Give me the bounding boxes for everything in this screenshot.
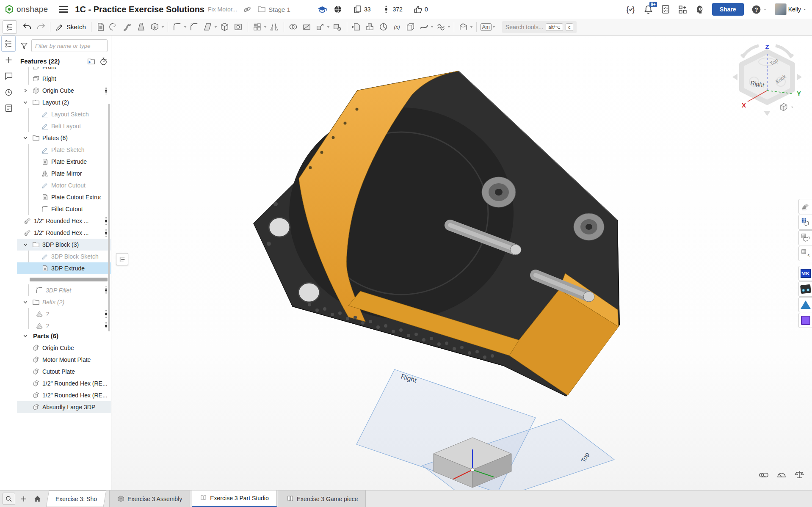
document-tab[interactable]: Exercise 3 Game piece [279,490,366,507]
motor-mount-model[interactable] [254,71,619,396]
feature-row[interactable]: 1/2" Rounded Hex ... [17,227,111,239]
document-tab[interactable]: Exercise 3 Assembly [109,490,190,507]
transform-tool-button[interactable] [314,20,327,34]
feature-row[interactable]: Layout Sketch [17,108,111,120]
pan-right-arrow[interactable] [797,74,802,80]
tape-measure-icon[interactable] [759,470,769,480]
sheet-metal-model-tool-button[interactable] [457,20,470,34]
shell-tool-button[interactable] [218,20,232,34]
part-row[interactable]: Absurdly Large 3DP [17,401,111,413]
public-globe-icon[interactable] [334,5,342,14]
feature-row[interactable]: Plates (6) [17,132,111,144]
feature-row[interactable]: Front [17,67,111,73]
pan-down-arrow[interactable] [764,111,771,116]
feature-row[interactable]: Belt Layout [17,120,111,132]
rollback-bar[interactable] [17,274,111,284]
cad-import-button[interactable] [798,215,812,230]
feature-row[interactable]: Plate Sketch [17,144,111,156]
feature-script-icon[interactable] [626,4,636,14]
chevron-down-icon[interactable] [23,100,28,105]
purple-app-button[interactable] [798,313,812,328]
workspace-indicator[interactable]: Stage 1 [257,5,290,14]
render-studio-button[interactable] [798,199,812,214]
mirror-tool-button[interactable] [268,20,281,34]
user-menu[interactable]: Kelly [775,3,807,15]
chevron-down-icon[interactable] [23,242,28,247]
feature-timing-icon[interactable] [99,57,108,65]
document-subtitle[interactable]: Fix Motor... [208,6,237,13]
home-tab-button[interactable] [30,490,44,507]
onshape-logo[interactable]: onshape [5,5,48,14]
document-tab[interactable]: Exercise 3 Part Studio [192,490,277,507]
rail-feature-list-button[interactable] [1,36,16,52]
share-button[interactable]: Share [712,3,744,16]
undo-button[interactable] [20,20,34,34]
rail-insert-button[interactable] [0,52,17,68]
parts-header[interactable]: Parts (6) [17,330,111,342]
3d-viewport-canvas[interactable]: Right Top [111,36,812,490]
feature-row[interactable]: Layout (2) [17,96,111,108]
chamfer-tool-button[interactable] [188,20,201,34]
part-row[interactable]: Origin Cube [17,342,111,354]
filter-icon[interactable] [20,42,28,50]
tasks-icon[interactable] [661,5,670,14]
chevron-down-icon[interactable] [23,135,28,141]
rail-comments-button[interactable] [0,68,17,84]
linear-pattern-tool-button[interactable] [251,20,264,34]
plane-tool-button[interactable] [404,20,417,34]
document-tab[interactable]: Exercise 3: Sho [46,490,107,507]
mass-properties-icon[interactable] [794,470,804,480]
feature-list-toggle-button[interactable] [3,20,17,34]
feature-row[interactable]: Plate Cutout Extrude [17,191,111,203]
rollback-handle-button[interactable] [116,253,128,265]
feature-row[interactable]: Fillet Cutout [17,203,111,215]
thicken-tool-button[interactable] [148,20,162,34]
search-tools-box[interactable]: Search tools... alt/⌥ c [502,21,577,33]
feature-row[interactable]: Plate Extrude [17,156,111,168]
education-icon[interactable] [318,5,327,14]
surface-tool-button[interactable] [417,20,431,34]
sketch-button[interactable]: Sketch [53,23,88,31]
part-row[interactable]: 1/2" Rounded Hex (RE... [17,377,111,389]
fillet-tool-button[interactable] [171,20,184,34]
view-options-button[interactable] [779,102,794,112]
feature-row[interactable]: Origin Cube [17,85,111,96]
hole-tool-button[interactable] [232,20,245,34]
new-tab-button[interactable] [17,490,30,507]
protractor-icon[interactable] [776,470,787,480]
triangle-app-button[interactable] [798,297,812,312]
part-row[interactable]: 1/2" Rounded Hex (RE... [17,389,111,401]
feature-row[interactable]: Plate Mirror [17,168,111,179]
part-row[interactable]: Cutout Plate [17,366,111,377]
mkcad-app-button[interactable]: MK [798,266,812,281]
rail-history-button[interactable] [0,84,17,100]
feature-tree-scrollbar[interactable] [108,104,110,331]
extrude-tool-button[interactable] [94,20,108,34]
chevron-down-icon[interactable] [23,300,28,305]
rail-notes-button[interactable] [0,100,17,116]
boolean-tool-button[interactable] [287,20,300,34]
filter-input[interactable] [31,39,108,52]
main-menu-icon[interactable] [59,6,68,13]
composite-part-tool-button[interactable] [363,20,377,34]
feature-row[interactable]: 3DP Block Sketch [17,251,111,262]
link-icon[interactable] [243,5,251,14]
feature-row[interactable]: Motor Cutout [17,179,111,191]
cad-expression-button[interactable] [798,246,812,261]
feature-row[interactable]: 3DP Fillet [17,284,111,296]
custom-features-tool-button[interactable]: Am [479,20,493,34]
likes-stat[interactable]: 0 [414,5,428,14]
feature-row[interactable]: 1/2" Rounded Hex ... [17,215,111,227]
draft-tool-button[interactable] [201,20,215,34]
circular-pattern-tool-button[interactable] [377,20,390,34]
copies-stat[interactable]: 33 [353,5,371,14]
3d-viewport[interactable]: Right Top [111,36,812,490]
revolve-tool-button[interactable] [108,20,121,34]
feature-row[interactable]: ? [17,320,111,329]
help-menu[interactable] [751,5,767,14]
versions-stat[interactable]: 372 [382,5,403,14]
import-derived-tool-button[interactable] [350,20,363,34]
new-folder-icon[interactable] [87,57,95,65]
sweep-tool-button[interactable] [121,20,135,34]
variable-tool-button[interactable] [390,20,404,34]
